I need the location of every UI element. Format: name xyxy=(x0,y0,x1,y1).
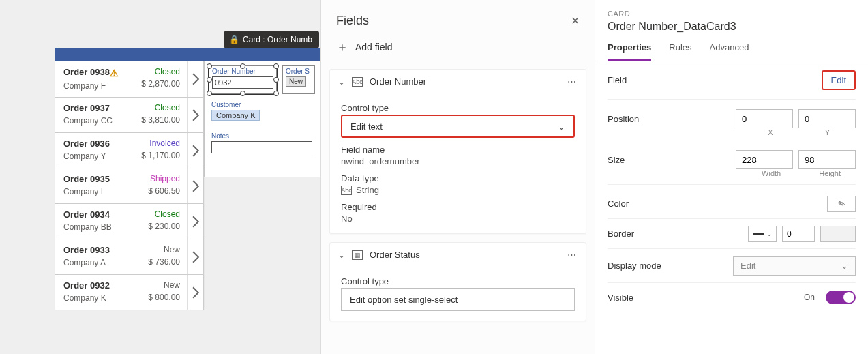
datacard-notes[interactable]: Notes xyxy=(209,131,315,160)
tab-advanced[interactable]: Advanced xyxy=(710,42,749,61)
control-type-select[interactable]: Edit text ⌄ xyxy=(341,115,575,138)
visible-label: Visible xyxy=(608,293,683,303)
order-number-input[interactable]: 0932 xyxy=(212,76,273,89)
order-row[interactable]: Order 0934 Company BB Closed $ 230.00 xyxy=(55,203,203,239)
order-status: Closed xyxy=(141,67,180,76)
fields-panel-title: Fields xyxy=(336,14,369,28)
data-type-value: Abc String xyxy=(341,185,575,195)
control-type-select[interactable]: Edit option set single-select xyxy=(341,288,575,311)
abc-type-icon: Abc xyxy=(352,77,363,87)
order-company: Company CC xyxy=(63,116,113,126)
field-group-order-status: ⌄ ▦ Order Status ⋯ Control type Edit opt… xyxy=(329,242,586,321)
order-title: Order 0935 xyxy=(63,174,110,184)
chevron-right-icon[interactable] xyxy=(187,98,203,132)
field-label: Notes xyxy=(209,131,315,140)
position-x-input[interactable] xyxy=(736,109,793,128)
display-mode-label: Display mode xyxy=(608,261,683,271)
position-y-input[interactable] xyxy=(798,109,856,128)
panel-overline: CARD xyxy=(608,10,856,18)
form-header-bar xyxy=(55,48,320,61)
datacard-order-number[interactable]: Order Number 0932 xyxy=(209,65,277,94)
tab-rules[interactable]: Rules xyxy=(669,42,691,61)
order-title: Order 0937 xyxy=(63,103,113,113)
order-company: Company BB xyxy=(63,222,112,232)
paint-bucket-icon: ✎ xyxy=(836,198,846,210)
control-type-value: Edit option set single-select xyxy=(350,295,458,305)
chevron-right-icon[interactable] xyxy=(187,275,203,310)
color-picker-button[interactable]: ✎ xyxy=(827,196,856,212)
field-group-order-number: ⌄ Abc Order Number ⋯ Control type Edit t… xyxy=(329,69,586,234)
order-status: New xyxy=(148,245,180,254)
border-width-input[interactable] xyxy=(782,226,815,242)
card-lock-tooltip: Card : Order Numb xyxy=(224,31,319,48)
panel-title: Order Number_DataCard3 xyxy=(608,20,856,33)
order-status: Closed xyxy=(148,209,180,219)
status-badge: New xyxy=(286,76,306,87)
y-axis-label: Y xyxy=(825,128,830,136)
close-icon[interactable]: ✕ xyxy=(571,14,580,27)
datacard-order-status[interactable]: Order S New xyxy=(282,65,315,94)
form-preview: Order Number 0932 Order S New Customer C… xyxy=(204,61,320,177)
tooltip-label: Card : Order Numb xyxy=(243,35,312,44)
chevron-right-icon[interactable] xyxy=(187,133,203,168)
border-label: Border xyxy=(608,228,683,239)
order-title: Order 0932 xyxy=(63,280,110,291)
field-label: Field xyxy=(608,75,683,85)
x-axis-label: X xyxy=(768,128,773,136)
order-price: $ 3,810.00 xyxy=(141,115,180,125)
order-title: Order 0933 xyxy=(63,245,110,255)
notes-input[interactable] xyxy=(211,141,312,153)
size-label: Size xyxy=(608,155,683,165)
order-row[interactable]: Order 0935 Company I Shipped $ 606.50 xyxy=(55,168,203,203)
fields-panel: Fields ✕ ＋ Add field ⌄ Abc Order Number … xyxy=(320,0,595,354)
display-mode-select[interactable]: Edit ⌄ xyxy=(733,256,856,276)
more-icon[interactable]: ⋯ xyxy=(567,250,578,260)
field-group-header[interactable]: ⌄ ▦ Order Status ⋯ xyxy=(330,243,586,267)
order-row[interactable]: Order 0937 Company CC Closed $ 3,810.00 xyxy=(55,97,203,132)
display-mode-value: Edit xyxy=(740,261,755,271)
field-group-header[interactable]: ⌄ Abc Order Number ⋯ xyxy=(330,70,586,93)
order-title: Order 0938⚠ xyxy=(63,67,119,78)
chevron-right-icon[interactable] xyxy=(187,239,203,274)
toggle-on-label: On xyxy=(804,293,815,302)
order-title: Order 0934 xyxy=(63,209,112,220)
field-label: Order S xyxy=(283,66,314,75)
properties-tabs: Properties Rules Advanced xyxy=(595,37,868,61)
border-color-picker[interactable] xyxy=(820,226,856,242)
order-price: $ 800.00 xyxy=(148,293,180,302)
order-gallery[interactable]: Order 0938⚠ Company F Closed $ 2,870.00 … xyxy=(55,61,204,310)
edit-field-button[interactable]: Edit xyxy=(822,70,856,90)
field-label: Customer xyxy=(209,100,315,108)
control-type-label: Control type xyxy=(341,103,575,113)
abc-type-icon: Abc xyxy=(341,186,352,195)
add-field-button[interactable]: ＋ Add field xyxy=(321,33,595,69)
order-price: $ 230.00 xyxy=(148,222,180,231)
more-icon[interactable]: ⋯ xyxy=(567,76,578,87)
tab-properties[interactable]: Properties xyxy=(608,42,651,61)
order-row[interactable]: Order 0938⚠ Company F Closed $ 2,870.00 xyxy=(55,61,203,97)
field-name-value: nwind_ordernumber xyxy=(341,156,575,166)
order-status: Shipped xyxy=(148,174,180,183)
datacard-customer[interactable]: Customer Company K xyxy=(209,100,315,127)
order-company: Company K xyxy=(63,293,110,303)
field-group-name: Order Number xyxy=(370,76,426,87)
chevron-right-icon[interactable] xyxy=(187,61,203,97)
order-row[interactable]: Order 0936 Company Y Invoiced $ 1,170.00 xyxy=(55,132,203,168)
border-style-select[interactable]: ⌄ xyxy=(748,226,777,242)
order-company: Company Y xyxy=(63,151,110,161)
customer-chip[interactable]: Company K xyxy=(211,110,260,121)
order-price: $ 736.00 xyxy=(148,257,180,267)
order-status: Invoiced xyxy=(141,138,180,148)
order-row[interactable]: Order 0932 Company K New $ 800.00 xyxy=(55,274,203,310)
warning-icon: ⚠ xyxy=(110,68,119,78)
height-input[interactable] xyxy=(798,150,856,169)
visible-toggle[interactable] xyxy=(826,291,856,304)
chevron-right-icon[interactable] xyxy=(187,204,203,239)
chevron-down-icon: ⌄ xyxy=(338,250,345,260)
order-row[interactable]: Order 0933 Company A New $ 736.00 xyxy=(55,239,203,274)
width-input[interactable] xyxy=(736,150,793,169)
order-price: $ 2,870.00 xyxy=(141,79,180,89)
order-company: Company F xyxy=(63,81,119,91)
color-label: Color xyxy=(608,198,683,209)
chevron-right-icon[interactable] xyxy=(187,168,203,203)
